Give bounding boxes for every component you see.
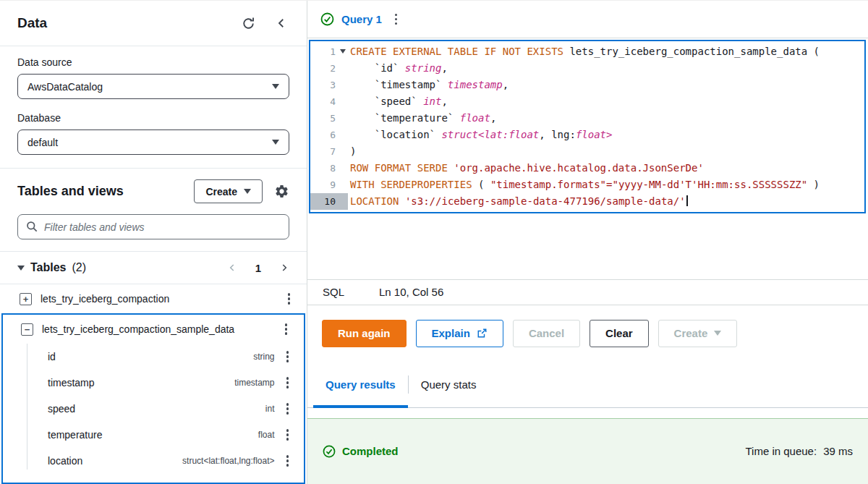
athena-query-editor: Data Data source AwsDataCatalog Da <box>0 0 868 484</box>
code-line[interactable]: 5 `temperature` float, <box>310 110 864 127</box>
explain-button[interactable]: Explain <box>416 320 503 347</box>
filter-tables-input[interactable] <box>44 221 281 233</box>
column-row[interactable]: speedint <box>3 396 304 422</box>
code-line[interactable]: 7) <box>310 143 864 160</box>
search-icon <box>26 221 38 233</box>
code-text: ROW FORMAT SERDE 'org.apache.hive.hcatal… <box>348 160 704 177</box>
data-source-field: Data source AwsDataCatalog <box>0 46 307 102</box>
column-type: string <box>253 352 281 362</box>
chevron-down-icon <box>272 84 279 89</box>
section-collapse-icon[interactable] <box>17 266 25 271</box>
column-row[interactable]: temperaturefloat <box>3 422 304 448</box>
tables-and-views-header: Tables and views Create <box>0 169 307 213</box>
query-result-status-bar: Completed Time in queue: 39 ms <box>307 418 868 484</box>
create-dropdown-button[interactable]: Create <box>658 320 738 347</box>
code-line[interactable]: 10LOCATION 's3://iceberg-sample-data-477… <box>310 193 864 210</box>
results-gap <box>307 408 868 418</box>
code-line[interactable]: 9WITH SERDEPROPERTIES ( "timestamp.forma… <box>310 177 864 193</box>
column-name: temperature <box>48 429 102 441</box>
collapse-panel-icon[interactable] <box>275 17 288 30</box>
tables-section-label: Tables <box>30 261 67 274</box>
column-row[interactable]: idstring <box>3 344 304 370</box>
code-text: ) <box>348 143 356 160</box>
tables-count: (2) <box>72 261 87 274</box>
line-number: 2 <box>310 60 348 77</box>
editor-status-bar: SQL Ln 10, Col 56 <box>307 279 868 305</box>
column-actions-kebab-icon[interactable] <box>282 400 294 417</box>
column-name: location <box>48 455 82 467</box>
tab-query-stats[interactable]: Query stats <box>409 362 489 407</box>
column-actions-kebab-icon[interactable] <box>282 348 294 365</box>
line-number: 1 <box>310 43 348 60</box>
column-type: float <box>258 430 282 440</box>
line-number: 5 <box>310 110 348 127</box>
create-button[interactable]: Create <box>194 179 263 203</box>
column-actions-kebab-icon[interactable] <box>282 374 294 391</box>
table-name: lets_try_iceberg_compaction_sample_data <box>42 323 234 335</box>
column-name: id <box>48 351 56 362</box>
tab-query-1[interactable]: Query 1 <box>341 13 382 25</box>
column-actions-kebab-icon[interactable] <box>282 426 294 443</box>
status-badge: Completed <box>342 445 399 457</box>
cursor-position: Ln 10, Col 56 <box>379 286 443 298</box>
table-row[interactable]: + lets_try_iceberg_compaction <box>0 284 307 313</box>
table-row[interactable]: − lets_try_iceberg_compaction_sample_dat… <box>3 315 304 344</box>
table-actions-kebab-icon[interactable] <box>281 320 292 338</box>
page-next-icon[interactable] <box>279 263 289 273</box>
line-number: 10 <box>310 193 348 210</box>
chevron-down-icon <box>714 331 721 336</box>
line-number: 8 <box>310 160 348 177</box>
filter-tables-search <box>17 214 289 239</box>
column-row[interactable]: timestamptimestamp <box>3 370 304 396</box>
tab-query-results[interactable]: Query results <box>313 362 408 407</box>
text-cursor <box>686 195 688 206</box>
code-line[interactable]: 8ROW FORMAT SERDE 'org.apache.hive.hcata… <box>310 160 864 177</box>
code-line[interactable]: 6 `location` struct<lat:float, lng:float… <box>310 127 864 143</box>
queue-value: 39 ms <box>823 445 853 457</box>
column-name: speed <box>48 403 75 415</box>
cancel-button[interactable]: Cancel <box>513 320 580 347</box>
tables-and-views-title: Tables and views <box>17 184 182 199</box>
chevron-down-icon <box>244 189 251 194</box>
code-line[interactable]: 4 `speed` int, <box>310 93 864 110</box>
database-label: Database <box>17 112 289 124</box>
column-name: timestamp <box>48 377 95 389</box>
code-line[interactable]: 3 `timestamp` timestamp, <box>310 77 864 93</box>
code-area[interactable]: 1CREATE EXTERNAL TABLE IF NOT EXISTS let… <box>310 43 864 210</box>
column-actions-kebab-icon[interactable] <box>282 452 294 470</box>
completed-check-icon <box>323 445 336 458</box>
gear-icon[interactable] <box>274 184 289 199</box>
line-number: 6 <box>310 127 348 143</box>
editor-empty-area <box>307 213 868 279</box>
page-prev-icon[interactable] <box>227 263 237 273</box>
code-text: `timestamp` timestamp, <box>348 77 509 93</box>
data-source-select[interactable]: AwsDataCatalog <box>17 74 289 99</box>
code-line[interactable]: 1CREATE EXTERNAL TABLE IF NOT EXISTS let… <box>310 43 864 60</box>
refresh-icon[interactable] <box>241 16 256 31</box>
code-text: `temperature` float, <box>348 110 496 127</box>
page-number[interactable]: 1 <box>255 262 261 274</box>
query-editor-main: Query 1 1CREATE EXTERNAL TABLE IF NOT EX… <box>307 1 868 484</box>
tab-options-kebab-icon[interactable] <box>391 11 402 28</box>
table-actions-kebab-icon[interactable] <box>284 290 295 307</box>
data-source-value: AwsDataCatalog <box>27 81 103 93</box>
run-again-button[interactable]: Run again <box>322 320 407 347</box>
database-select[interactable]: default <box>17 130 289 155</box>
query-status-check-icon <box>320 12 334 26</box>
sql-editor[interactable]: 1CREATE EXTERNAL TABLE IF NOT EXISTS let… <box>309 40 866 213</box>
column-row[interactable]: locationstruct<lat:float,lng:float> <box>3 448 304 474</box>
clear-button[interactable]: Clear <box>590 320 649 347</box>
collapse-icon[interactable]: − <box>21 323 33 336</box>
column-type: struct<lat:float,lng:float> <box>182 456 281 466</box>
query-tab-bar: Query 1 <box>307 1 868 38</box>
time-in-queue: Time in queue: 39 ms <box>745 445 853 457</box>
code-line[interactable]: 2 `id` string, <box>310 60 864 77</box>
panel-title: Data <box>17 15 222 31</box>
selected-table-group: − lets_try_iceberg_compaction_sample_dat… <box>1 313 305 484</box>
action-buttons: Run again Explain Cancel Clear Create <box>307 305 868 362</box>
database-value: default <box>27 137 58 148</box>
code-text: WITH SERDEPROPERTIES ( "timestamp.format… <box>348 177 820 193</box>
column-type: timestamp <box>234 378 281 388</box>
expand-icon[interactable]: + <box>20 293 32 305</box>
fold-icon[interactable] <box>340 49 346 54</box>
